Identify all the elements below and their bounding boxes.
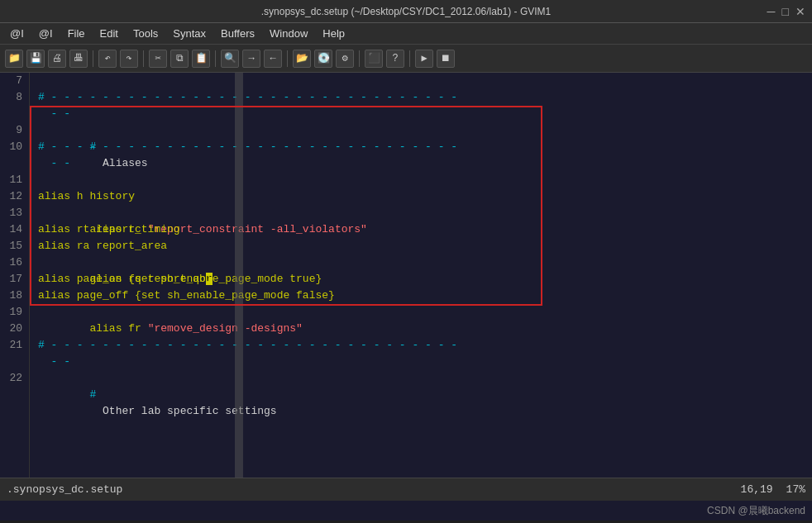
code-line-18: alias page_off {set sh_enable_page_mode … — [38, 288, 812, 304]
line-num-14: 14 — [5, 221, 22, 238]
toolbar-fwd[interactable]: → — [242, 50, 260, 68]
code-line-13: alias rc "report_constraint -all_violato… — [38, 205, 812, 221]
line-num-22: 22 — [5, 370, 22, 387]
toolbar-config[interactable]: ⚙ — [336, 50, 354, 68]
minimize-button[interactable]: ─ — [767, 5, 776, 18]
toolbar-stop[interactable]: ⏹ — [437, 50, 455, 68]
toolbar-print[interactable]: 🖶 — [69, 50, 88, 68]
code-area[interactable]: # - - - - - - - - - - - - - - - - - - - … — [30, 73, 812, 478]
line-num-12: 12 — [5, 188, 22, 205]
scrollbar-column — [235, 73, 243, 478]
code-line-22: # Other lab specific settings — [38, 370, 812, 387]
toolbar-sep-6 — [409, 50, 410, 67]
menu-buffers[interactable]: Buffers — [214, 26, 261, 41]
menu-edit[interactable]: Edit — [93, 26, 125, 41]
line-num-18: 18 — [5, 288, 22, 304]
line-num-10: 10 — [5, 139, 22, 155]
maximize-button[interactable]: □ — [782, 5, 789, 18]
toolbar-paste[interactable]: 📋 — [192, 50, 210, 68]
editor-content: 7 8 · 9 10 · 11 12 13 14 15 16 17 18 19 … — [0, 73, 812, 478]
menu-bar: @I @I File Edit Tools Syntax Buffers Win… — [0, 23, 812, 45]
line-num-10b: · — [5, 155, 22, 172]
toolbar-save2[interactable]: 🖨 — [48, 50, 66, 68]
title-bar: .synopsys_dc.setup (~/Desktop/CSY/DC1_20… — [0, 0, 812, 23]
code-comment-22: # — [89, 388, 96, 401]
menu-syntax[interactable]: Syntax — [166, 26, 213, 41]
toolbar-sep-2 — [143, 50, 144, 67]
line-num-21: 21 — [5, 337, 22, 354]
line-num-8: 8 — [5, 89, 22, 106]
line-num-19: 19 — [5, 304, 22, 321]
toolbar-save1[interactable]: 💾 — [26, 50, 45, 68]
code-string-13: "report_constraint -all_violators" — [148, 223, 367, 235]
toolbar-cut[interactable]: ✂ — [149, 50, 167, 68]
code-line-16: alias rq report_qor — [38, 254, 812, 271]
menu-at-i-1[interactable]: @I — [3, 26, 31, 41]
menu-tools[interactable]: Tools — [127, 26, 165, 41]
code-line-14: alias rt report_timing — [38, 221, 812, 238]
toolbar-sep-4 — [287, 50, 288, 67]
code-line-8: # - - - - - - - - - - - - - - - - - - - … — [38, 89, 812, 106]
close-button[interactable]: ✕ — [795, 5, 805, 18]
code-line-10b: - - — [38, 155, 812, 172]
toolbar-open[interactable]: 📁 — [5, 50, 23, 68]
toolbar-copy[interactable]: ⧉ — [170, 50, 189, 68]
window-title: .synopsys_dc.setup (~/Desktop/CSY/DC1_20… — [261, 6, 552, 17]
toolbar-file2[interactable]: 📂 — [293, 50, 311, 68]
status-position: 16,19 — [741, 483, 773, 496]
toolbar-undo[interactable]: ↶ — [98, 50, 117, 68]
code-line-15: alias ra report_area — [38, 238, 812, 254]
line-num-11: 11 — [5, 172, 22, 188]
code-line-17: alias page_on {set sh_enable_page_mode t… — [38, 271, 812, 288]
code-line-12: alias h history — [38, 188, 812, 205]
editor[interactable]: 7 8 · 9 10 · 11 12 13 14 15 16 17 18 19 … — [0, 73, 812, 478]
toolbar-back[interactable]: ← — [264, 50, 282, 68]
code-string-19: "remove_design -designs" — [148, 322, 303, 335]
menu-file[interactable]: File — [61, 26, 92, 41]
toolbar: 📁 💾 🖨 🖶 ↶ ↷ ✂ ⧉ 📋 🔍 → ← 📂 💽 ⚙ ⬛ ? ▶ ⏹ — [0, 45, 812, 73]
line-num-13: 13 — [5, 205, 22, 221]
status-right: 16,19 17% — [741, 483, 805, 496]
line-num-17: 17 — [5, 271, 22, 288]
status-percent: 17% — [786, 483, 805, 496]
toolbar-help2[interactable]: ? — [386, 50, 404, 68]
code-text-9: Aliases — [89, 157, 147, 169]
line-num-7: 7 — [5, 73, 22, 89]
code-line-8b: - - — [38, 106, 812, 122]
line-num-9: 9 — [5, 122, 22, 139]
toolbar-redo[interactable]: ↷ — [120, 50, 138, 68]
toolbar-sep-1 — [93, 50, 93, 67]
line-num-15: 15 — [5, 238, 22, 254]
code-line-19: alias fr "remove_design -designs" — [38, 304, 812, 321]
status-bar: .synopsys_dc.setup 16,19 17% — [0, 478, 812, 501]
code-line-10: # - - - - - - - - - - - - - - - - - - - … — [38, 139, 812, 155]
line-num-20: 20 — [5, 321, 22, 337]
menu-at-i-2[interactable]: @I — [32, 26, 60, 41]
toolbar-term[interactable]: ⬛ — [365, 50, 383, 68]
code-text-22: Other lab specific settings — [89, 405, 276, 417]
code-line-11 — [38, 172, 812, 188]
toolbar-run[interactable]: ▶ — [415, 50, 433, 68]
toolbar-disk[interactable]: 💽 — [314, 50, 332, 68]
code-line-9: # Aliases — [38, 122, 812, 139]
menu-window[interactable]: Window — [263, 26, 314, 41]
status-filename: .synopsys_dc.setup — [7, 483, 741, 496]
code-alias-19: alias fr — [89, 322, 147, 335]
menu-help[interactable]: Help — [316, 26, 351, 41]
code-line-21: # - - - - - - - - - - - - - - - - - - - … — [38, 337, 812, 354]
window-controls: ─ □ ✕ — [767, 5, 805, 18]
line-numbers: 7 8 · 9 10 · 11 12 13 14 15 16 17 18 19 … — [0, 73, 30, 478]
toolbar-search[interactable]: 🔍 — [221, 50, 239, 68]
toolbar-sep-5 — [359, 50, 360, 67]
line-num-21b: · — [5, 354, 22, 370]
line-num-16: 16 — [5, 254, 22, 271]
code-line-21b: - - — [38, 354, 812, 370]
line-num-8b: · — [5, 106, 22, 122]
toolbar-sep-3 — [215, 50, 216, 67]
code-line-7 — [38, 73, 812, 89]
attribution: CSDN @晨曦backend — [0, 501, 812, 521]
